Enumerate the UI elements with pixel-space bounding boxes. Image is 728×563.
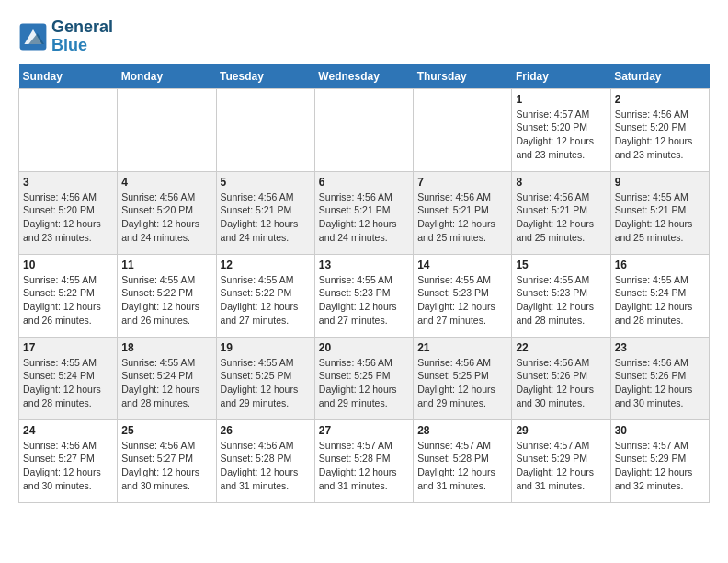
calendar-header-row: SundayMondayTuesdayWednesdayThursdayFrid… (19, 64, 710, 89)
calendar-cell (414, 88, 512, 171)
day-number: 27 (319, 424, 409, 437)
day-number: 7 (417, 176, 507, 189)
day-number: 20 (319, 341, 409, 354)
day-info: Sunrise: 4:55 AM Sunset: 5:24 PM Dayligh… (23, 356, 113, 410)
day-number: 23 (615, 341, 705, 354)
day-info: Sunrise: 4:56 AM Sunset: 5:21 PM Dayligh… (221, 190, 311, 245)
day-number: 18 (121, 341, 211, 354)
day-number: 24 (23, 424, 113, 437)
calendar-cell: 28Sunrise: 4:57 AM Sunset: 5:28 PM Dayli… (414, 419, 512, 502)
day-info: Sunrise: 4:57 AM Sunset: 5:29 PM Dayligh… (516, 439, 606, 493)
calendar-table: SundayMondayTuesdayWednesdayThursdayFrid… (18, 64, 710, 503)
day-number: 10 (23, 259, 113, 271)
calendar-cell: 24Sunrise: 4:56 AM Sunset: 5:27 PM Dayli… (19, 419, 118, 502)
calendar-cell (314, 88, 413, 171)
day-number: 4 (121, 176, 211, 189)
day-number: 1 (516, 93, 606, 106)
day-number: 12 (221, 259, 311, 271)
logo-blue: Blue (51, 36, 87, 54)
day-info: Sunrise: 4:56 AM Sunset: 5:21 PM Dayligh… (319, 190, 409, 245)
day-info: Sunrise: 4:56 AM Sunset: 5:28 PM Dayligh… (221, 439, 311, 493)
calendar-cell: 18Sunrise: 4:55 AM Sunset: 5:24 PM Dayli… (118, 337, 216, 419)
calendar-cell: 9Sunrise: 4:55 AM Sunset: 5:21 PM Daylig… (610, 171, 709, 254)
day-number: 11 (121, 259, 211, 271)
day-number: 29 (516, 424, 606, 437)
calendar-cell: 3Sunrise: 4:56 AM Sunset: 5:20 PM Daylig… (19, 171, 118, 254)
logo-general: General (51, 17, 113, 36)
calendar-cell: 5Sunrise: 4:56 AM Sunset: 5:21 PM Daylig… (216, 171, 314, 254)
day-info: Sunrise: 4:55 AM Sunset: 5:22 PM Dayligh… (23, 273, 113, 327)
day-number: 8 (516, 176, 606, 189)
day-number: 22 (516, 341, 606, 354)
day-number: 6 (319, 176, 409, 189)
calendar-cell: 2Sunrise: 4:56 AM Sunset: 5:20 PM Daylig… (610, 88, 709, 171)
calendar-cell: 12Sunrise: 4:55 AM Sunset: 5:22 PM Dayli… (216, 254, 314, 337)
calendar-cell: 1Sunrise: 4:57 AM Sunset: 5:20 PM Daylig… (512, 88, 610, 171)
calendar-cell: 27Sunrise: 4:57 AM Sunset: 5:28 PM Dayli… (314, 419, 413, 502)
day-info: Sunrise: 4:55 AM Sunset: 5:24 PM Dayligh… (121, 356, 211, 410)
calendar-cell: 29Sunrise: 4:57 AM Sunset: 5:29 PM Dayli… (512, 419, 610, 502)
day-info: Sunrise: 4:55 AM Sunset: 5:25 PM Dayligh… (221, 356, 311, 410)
day-info: Sunrise: 4:57 AM Sunset: 5:28 PM Dayligh… (417, 439, 507, 493)
calendar-week-row: 17Sunrise: 4:55 AM Sunset: 5:24 PM Dayli… (19, 337, 710, 419)
day-number: 5 (221, 176, 311, 189)
calendar-cell: 23Sunrise: 4:56 AM Sunset: 5:26 PM Dayli… (610, 337, 709, 419)
day-info: Sunrise: 4:55 AM Sunset: 5:23 PM Dayligh… (417, 273, 507, 327)
calendar-cell: 6Sunrise: 4:56 AM Sunset: 5:21 PM Daylig… (314, 171, 413, 254)
calendar-cell: 7Sunrise: 4:56 AM Sunset: 5:21 PM Daylig… (414, 171, 512, 254)
calendar-week-row: 3Sunrise: 4:56 AM Sunset: 5:20 PM Daylig… (19, 171, 710, 254)
day-number: 21 (417, 341, 507, 354)
day-number: 2 (615, 93, 705, 106)
day-number: 15 (516, 259, 606, 271)
calendar-week-row: 1Sunrise: 4:57 AM Sunset: 5:20 PM Daylig… (19, 88, 710, 171)
weekday-header-friday: Friday (512, 64, 610, 89)
day-number: 3 (23, 176, 113, 189)
calendar-cell: 30Sunrise: 4:57 AM Sunset: 5:29 PM Dayli… (610, 419, 709, 502)
day-info: Sunrise: 4:56 AM Sunset: 5:21 PM Dayligh… (516, 190, 606, 245)
weekday-header-wednesday: Wednesday (314, 64, 413, 89)
day-number: 13 (319, 259, 409, 271)
page-header: General Blue (18, 18, 710, 55)
logo-icon (18, 22, 48, 52)
calendar-cell: 25Sunrise: 4:56 AM Sunset: 5:27 PM Dayli… (118, 419, 216, 502)
day-info: Sunrise: 4:55 AM Sunset: 5:22 PM Dayligh… (221, 273, 311, 327)
calendar-cell: 13Sunrise: 4:55 AM Sunset: 5:23 PM Dayli… (314, 254, 413, 337)
day-info: Sunrise: 4:56 AM Sunset: 5:26 PM Dayligh… (516, 356, 606, 410)
calendar-cell: 21Sunrise: 4:56 AM Sunset: 5:25 PM Dayli… (414, 337, 512, 419)
calendar-cell: 14Sunrise: 4:55 AM Sunset: 5:23 PM Dayli… (414, 254, 512, 337)
calendar-cell: 17Sunrise: 4:55 AM Sunset: 5:24 PM Dayli… (19, 337, 118, 419)
weekday-header-saturday: Saturday (610, 64, 709, 89)
day-info: Sunrise: 4:56 AM Sunset: 5:20 PM Dayligh… (615, 108, 705, 162)
weekday-header-tuesday: Tuesday (216, 64, 314, 89)
day-number: 14 (417, 259, 507, 271)
logo: General Blue (18, 18, 113, 55)
day-info: Sunrise: 4:55 AM Sunset: 5:22 PM Dayligh… (121, 273, 211, 327)
day-number: 28 (417, 424, 507, 437)
calendar-week-row: 10Sunrise: 4:55 AM Sunset: 5:22 PM Dayli… (19, 254, 710, 337)
calendar-cell: 20Sunrise: 4:56 AM Sunset: 5:25 PM Dayli… (314, 337, 413, 419)
day-info: Sunrise: 4:56 AM Sunset: 5:26 PM Dayligh… (615, 356, 705, 410)
day-number: 25 (121, 424, 211, 437)
calendar-week-row: 24Sunrise: 4:56 AM Sunset: 5:27 PM Dayli… (19, 419, 710, 502)
day-info: Sunrise: 4:55 AM Sunset: 5:23 PM Dayligh… (319, 273, 409, 327)
calendar-cell: 22Sunrise: 4:56 AM Sunset: 5:26 PM Dayli… (512, 337, 610, 419)
calendar-cell: 4Sunrise: 4:56 AM Sunset: 5:20 PM Daylig… (118, 171, 216, 254)
calendar-cell: 8Sunrise: 4:56 AM Sunset: 5:21 PM Daylig… (512, 171, 610, 254)
day-info: Sunrise: 4:57 AM Sunset: 5:20 PM Dayligh… (516, 108, 606, 162)
day-number: 26 (221, 424, 311, 437)
weekday-header-sunday: Sunday (19, 64, 118, 89)
calendar-cell: 11Sunrise: 4:55 AM Sunset: 5:22 PM Dayli… (118, 254, 216, 337)
day-info: Sunrise: 4:56 AM Sunset: 5:27 PM Dayligh… (121, 439, 211, 493)
weekday-header-thursday: Thursday (414, 64, 512, 89)
day-info: Sunrise: 4:55 AM Sunset: 5:23 PM Dayligh… (516, 273, 606, 327)
day-info: Sunrise: 4:56 AM Sunset: 5:27 PM Dayligh… (23, 439, 113, 493)
calendar-cell: 16Sunrise: 4:55 AM Sunset: 5:24 PM Dayli… (610, 254, 709, 337)
day-number: 19 (221, 341, 311, 354)
calendar-cell: 26Sunrise: 4:56 AM Sunset: 5:28 PM Dayli… (216, 419, 314, 502)
day-info: Sunrise: 4:56 AM Sunset: 5:25 PM Dayligh… (319, 356, 409, 410)
day-info: Sunrise: 4:55 AM Sunset: 5:24 PM Dayligh… (615, 273, 705, 327)
calendar-cell: 15Sunrise: 4:55 AM Sunset: 5:23 PM Dayli… (512, 254, 610, 337)
day-info: Sunrise: 4:56 AM Sunset: 5:20 PM Dayligh… (23, 190, 113, 245)
day-info: Sunrise: 4:56 AM Sunset: 5:25 PM Dayligh… (417, 356, 507, 410)
day-info: Sunrise: 4:57 AM Sunset: 5:28 PM Dayligh… (319, 439, 409, 493)
